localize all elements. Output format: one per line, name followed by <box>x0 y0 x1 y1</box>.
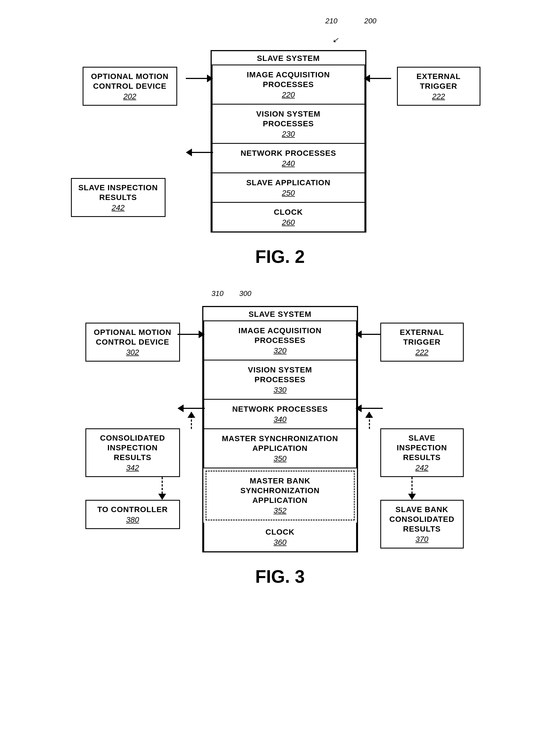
fig3-motion-num: 302 <box>89 348 176 357</box>
slave-bank-box: SLAVE BANKCONSOLIDATEDRESULTS 370 <box>380 500 464 548</box>
to-controller-label: TO CONTROLLER <box>89 504 176 514</box>
fig3-trigger-num: 222 <box>384 348 460 357</box>
fig3-motion-arrow <box>178 330 205 338</box>
fig3-master-sync-label: MASTER SYNCHRONIZATIONAPPLICATION <box>207 433 353 453</box>
consolidated-num: 342 <box>89 463 176 472</box>
slave-application-block: SLAVE APPLICATION 250 <box>212 173 365 203</box>
vision-system-block: VISION SYSTEMPROCESSES 230 <box>212 105 365 144</box>
external-trigger-label: EXTERNAL TRIGGER <box>400 71 477 91</box>
dashed-arrow-head-down <box>158 494 166 500</box>
dashed-line-down <box>162 477 163 494</box>
image-acquisition-block: IMAGE ACQUISITIONPROCESSES 220 <box>212 65 365 105</box>
figure-3: 310 300 OPTIONAL MOTIONCONTROL DEVICE 30… <box>22 289 538 587</box>
slave-inspection-label: SLAVE INSPECTIONRESULTS <box>74 183 162 202</box>
optional-motion-label: OPTIONAL MOTIONCONTROL DEVICE <box>86 71 174 91</box>
ref-210: 210 <box>325 17 337 25</box>
slave-system-box: SLAVE SYSTEM IMAGE ACQUISITIONPROCESSES … <box>210 50 366 232</box>
fig3-img-acq-label: IMAGE ACQUISITIONPROCESSES <box>207 326 353 345</box>
network-num: 240 <box>215 159 362 168</box>
fig3-optional-motion-box: OPTIONAL MOTIONCONTROL DEVICE 302 <box>85 323 180 361</box>
fig3-slave-inspection-box: SLAVE INSPECTIONRESULTS 242 <box>380 428 464 477</box>
fig3-slave-insp-num: 242 <box>384 463 460 472</box>
network-to-inspection-arrow <box>186 148 213 156</box>
network-label: NETWORK PROCESSES <box>215 148 362 158</box>
fig3-right-dashed-down-head <box>408 494 416 500</box>
slave-app-num: 250 <box>215 189 362 198</box>
slave-bank-num: 370 <box>384 535 460 544</box>
ref-210-arrow: ↙ <box>332 36 338 44</box>
fig3-img-acq-block: IMAGE ACQUISITIONPROCESSES 320 <box>203 321 357 360</box>
fig3-slave-insp-to-network-arrow <box>356 404 383 412</box>
figure-2: 210 200 OPTIONAL MOTIONCONTROL DEVICE 20… <box>22 17 538 267</box>
fig3-master-sync-block: MASTER SYNCHRONIZATIONAPPLICATION 350 <box>203 429 357 468</box>
fig3-master-bank-block: MASTER BANKSYNCHRONIZATIONAPPLICATION 35… <box>205 471 355 521</box>
network-processes-block: NETWORK PROCESSES 240 <box>212 144 365 173</box>
img-acq-label: IMAGE ACQUISITIONPROCESSES <box>215 70 362 89</box>
fig3-slave-system-box: SLAVE SYSTEM IMAGE ACQUISITIONPROCESSES … <box>202 306 358 552</box>
fig3-clock-label: CLOCK <box>207 527 353 537</box>
fig3-network-num: 340 <box>207 415 353 424</box>
fig3-label: FIG. 3 <box>22 566 538 587</box>
motion-to-slave-arrow <box>186 75 213 82</box>
vision-label: VISION SYSTEMPROCESSES <box>215 109 362 129</box>
fig2-label: FIG. 2 <box>22 247 538 267</box>
fig3-vision-block: VISION SYSTEMPROCESSES 330 <box>203 360 357 400</box>
clock-label: CLOCK <box>215 207 362 217</box>
clock-block: CLOCK 260 <box>212 203 365 231</box>
fig3-trigger-label: EXTERNAL TRIGGER <box>384 327 460 347</box>
ref-300: 300 <box>239 289 251 298</box>
slave-system-title: SLAVE SYSTEM <box>212 51 365 65</box>
fig3-img-acq-num: 320 <box>207 346 353 355</box>
ref-310: 310 <box>211 289 224 298</box>
fig3-network-to-consol-arrow <box>178 404 205 412</box>
img-acq-num: 220 <box>215 90 362 99</box>
fig3-master-bank-num: 352 <box>209 506 351 515</box>
optional-motion-num: 202 <box>86 92 174 101</box>
fig3-motion-label: OPTIONAL MOTIONCONTROL DEVICE <box>89 327 176 347</box>
fig3-clock-block: CLOCK 360 <box>203 523 357 551</box>
clock-num: 260 <box>215 218 362 227</box>
fig3-external-trigger-box: EXTERNAL TRIGGER 222 <box>380 323 464 361</box>
consolidated-label: CONSOLIDATEDINSPECTION RESULTS <box>89 433 176 462</box>
fig3-clock-num: 360 <box>207 538 353 547</box>
fig3-network-block: NETWORK PROCESSES 340 <box>203 400 357 429</box>
slave-app-label: SLAVE APPLICATION <box>215 178 362 188</box>
ref-200: 200 <box>364 17 376 25</box>
fig3-right-dashed-down <box>412 477 413 494</box>
optional-motion-device-box: OPTIONAL MOTIONCONTROL DEVICE 202 <box>83 67 177 106</box>
slave-bank-label: SLAVE BANKCONSOLIDATEDRESULTS <box>384 504 460 534</box>
consolidated-inspection-box: CONSOLIDATEDINSPECTION RESULTS 342 <box>85 428 180 477</box>
dashed-right-up-head <box>365 412 373 418</box>
to-controller-box: TO CONTROLLER 380 <box>85 500 180 529</box>
slave-inspection-num: 242 <box>74 203 162 212</box>
external-trigger-box: EXTERNAL TRIGGER 222 <box>397 67 481 106</box>
fig3-slave-insp-label: SLAVE INSPECTIONRESULTS <box>384 433 460 462</box>
slave-inspection-box: SLAVE INSPECTIONRESULTS 242 <box>71 178 166 217</box>
fig3-master-bank-label: MASTER BANKSYNCHRONIZATIONAPPLICATION <box>209 476 351 505</box>
vision-num: 230 <box>215 130 362 139</box>
fig3-slave-title: SLAVE SYSTEM <box>203 307 357 321</box>
fig3-network-label: NETWORK PROCESSES <box>207 404 353 414</box>
fig3-master-sync-num: 350 <box>207 454 353 463</box>
fig3-vision-label: VISION SYSTEMPROCESSES <box>207 365 353 385</box>
fig3-vision-num: 330 <box>207 386 353 394</box>
trigger-to-acq-arrow <box>364 75 391 82</box>
external-trigger-num: 222 <box>400 92 477 101</box>
dashed-up-head <box>187 412 195 418</box>
to-controller-num: 380 <box>89 516 176 524</box>
fig3-trigger-arrow <box>356 330 383 338</box>
